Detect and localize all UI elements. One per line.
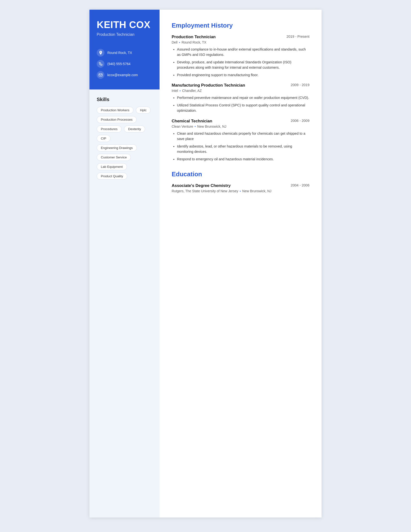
resume-wrapper: KEITH COX Production Technician Round Ro… xyxy=(89,10,322,517)
email-item: kcox@example.com xyxy=(97,71,152,79)
jobs-container: Production Technician2019 - PresentDell … xyxy=(172,35,309,162)
skill-tag: Production Processes xyxy=(97,116,137,123)
company-name: Intel xyxy=(172,89,178,93)
job-bullet: Identify asbestos, lead, or other hazard… xyxy=(177,144,309,154)
job-bullets-list: Clean and stored hazardous chemicals pro… xyxy=(172,131,309,162)
job-company: Clean Venture ● New Brunswick, NJ xyxy=(172,124,309,128)
phone-item: (940) 555-5764 xyxy=(97,60,152,68)
education-entry: Associate's Degree Chemistry2004 - 2006R… xyxy=(172,183,309,193)
company-name: Dell xyxy=(172,40,177,44)
job-header: Chemical Technician2006 - 2009 xyxy=(172,119,309,124)
education-heading: Education xyxy=(172,171,309,178)
job-bullet: Utilized Statistical Process Control (SP… xyxy=(177,103,309,114)
edu-dates: 2004 - 2006 xyxy=(291,183,309,187)
job-bullet: Respond to emergency oil and hazardous m… xyxy=(177,156,309,162)
skill-tag: Lab Equipment xyxy=(97,163,127,170)
candidate-name: KEITH COX xyxy=(97,19,152,30)
location-icon xyxy=(97,49,104,57)
separator: ● xyxy=(179,90,181,92)
job-title: Chemical Technician xyxy=(172,119,212,124)
job-bullet: Develop, produce, and update Internation… xyxy=(177,59,309,70)
skills-tags-container: Production WorkersHplcProduction Process… xyxy=(97,107,152,180)
email-icon xyxy=(97,71,104,79)
job-dates: 2019 - Present xyxy=(287,35,309,38)
job-header: Production Technician2019 - Present xyxy=(172,35,309,39)
edu-school: Rutgers, The State University of New Jer… xyxy=(172,189,309,193)
skill-tag: Customer Service xyxy=(97,154,131,161)
school-name: Rutgers, The State University of New Jer… xyxy=(172,189,238,193)
job-bullet: Performed preventive maintenance and rep… xyxy=(177,95,309,100)
job-header: Manufacturing Production Technician2009 … xyxy=(172,83,309,88)
company-name: Clean Venture xyxy=(172,124,193,128)
separator: ● xyxy=(195,125,196,127)
job-title: Production Technician xyxy=(172,35,216,39)
separator: ● xyxy=(240,190,241,192)
skill-tag: CIP xyxy=(97,135,111,142)
job-location: New Brunswick, NJ xyxy=(197,124,226,128)
job-bullet: Assured compliance to in-house and/or ex… xyxy=(177,47,309,57)
job-dates: 2006 - 2009 xyxy=(291,119,309,123)
candidate-title: Production Technician xyxy=(97,32,152,37)
job-company: Dell ● Round Rock, TX xyxy=(172,40,309,44)
job-bullet: Provided engineering support to manufact… xyxy=(177,72,309,78)
phone-icon xyxy=(97,60,104,68)
job-location: Chandler, AZ xyxy=(182,89,202,93)
skill-tag: Procedures xyxy=(97,125,121,133)
skill-tag: Production Workers xyxy=(97,107,133,114)
education-container: Associate's Degree Chemistry2004 - 2006R… xyxy=(172,183,309,193)
skills-section: Skills Production WorkersHplcProduction … xyxy=(89,89,159,517)
job-entry: Production Technician2019 - PresentDell … xyxy=(172,35,309,78)
job-title: Manufacturing Production Technician xyxy=(172,83,245,88)
main-content: Employment History Production Technician… xyxy=(159,10,322,517)
sidebar: KEITH COX Production Technician Round Ro… xyxy=(89,10,159,517)
job-entry: Manufacturing Production Technician2009 … xyxy=(172,83,309,113)
skills-heading: Skills xyxy=(97,97,152,102)
job-bullets-list: Performed preventive maintenance and rep… xyxy=(172,95,309,113)
employment-heading: Employment History xyxy=(172,22,309,29)
skill-tag: Dexterity xyxy=(124,125,145,133)
location-item: Round Rock, TX xyxy=(97,49,152,57)
edu-location: New Brunswick, NJ xyxy=(242,189,271,193)
job-dates: 2009 - 2019 xyxy=(291,83,309,87)
separator: ● xyxy=(179,41,180,44)
edu-degree: Associate's Degree Chemistry xyxy=(172,183,231,188)
sidebar-header: KEITH COX Production Technician xyxy=(89,10,159,44)
skill-tag: Engineering Drawings xyxy=(97,144,137,151)
job-entry: Chemical Technician2006 - 2009Clean Vent… xyxy=(172,119,309,162)
job-company: Intel ● Chandler, AZ xyxy=(172,89,309,93)
contact-section: Round Rock, TX (940) 555-5764 kcox@ex xyxy=(89,44,159,89)
skill-tag: Hplc xyxy=(136,107,151,114)
phone-text: (940) 555-5764 xyxy=(107,62,131,66)
job-bullets-list: Assured compliance to in-house and/or ex… xyxy=(172,47,309,78)
email-text: kcox@example.com xyxy=(107,73,138,77)
svg-rect-0 xyxy=(99,74,102,76)
job-bullet: Clean and stored hazardous chemicals pro… xyxy=(177,131,309,142)
edu-header: Associate's Degree Chemistry2004 - 2006 xyxy=(172,183,309,188)
skill-tag: Product Quality xyxy=(97,173,127,180)
location-text: Round Rock, TX xyxy=(107,51,132,55)
job-location: Round Rock, TX xyxy=(182,40,206,44)
